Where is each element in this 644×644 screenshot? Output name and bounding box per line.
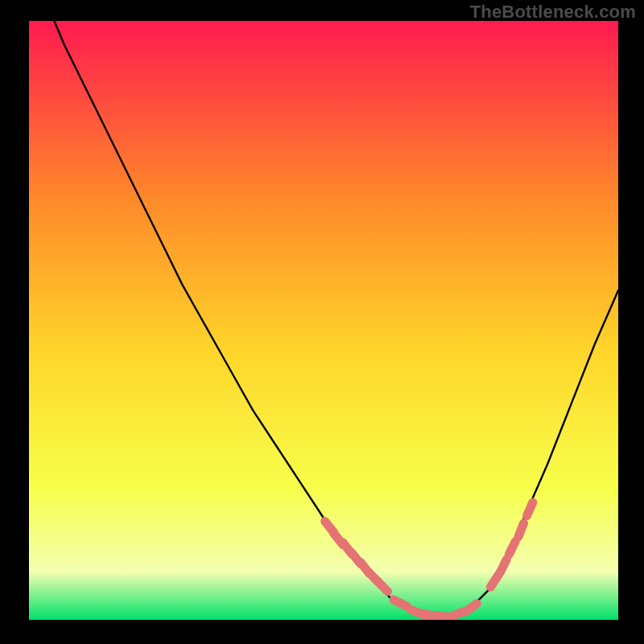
curve-marker	[509, 542, 515, 555]
curve-marker	[500, 559, 506, 572]
plot-area	[29, 21, 618, 620]
bottleneck-plot-svg	[29, 21, 618, 620]
curve-marker	[527, 502, 533, 516]
watermark-text: TheBottleneck.com	[470, 2, 636, 23]
curve-marker	[518, 523, 524, 537]
chart-frame: TheBottleneck.com	[0, 0, 644, 644]
gradient-background	[29, 21, 618, 620]
curve-marker	[394, 600, 407, 606]
